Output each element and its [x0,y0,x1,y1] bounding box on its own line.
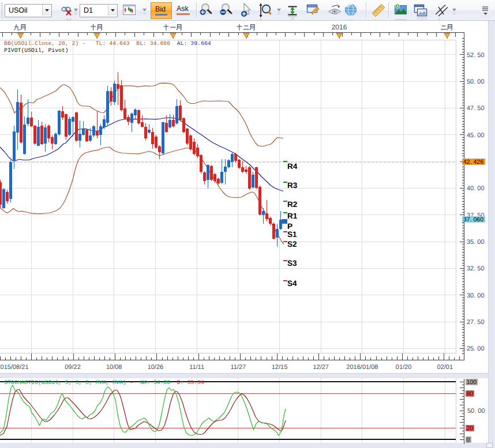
svg-text:R3: R3 [287,181,298,190]
svg-text:12/15: 12/15 [272,364,288,371]
svg-text:10/26: 10/26 [148,364,164,371]
svg-text:52. 50: 52. 50 [467,52,485,59]
svg-text:PIVOT(USOil, Pivot): PIVOT(USOil, Pivot) [4,47,69,54]
svg-text:2016: 2016 [332,23,347,31]
svg-text:2015/08/21: 2015/08/21 [0,364,29,371]
svg-text:20: 20 [467,425,474,432]
svg-text:R4: R4 [287,162,298,171]
svg-text:10/08: 10/08 [106,364,122,371]
svg-text:35. 00: 35. 00 [467,239,485,246]
svg-text:STOCHASTIC(USOil, 5, 3, 3, MVA: STOCHASTIC(USOil, 5, 3, 3, MVA, MVA) - %… [4,379,204,386]
svg-text:47. 50: 47. 50 [467,105,485,112]
svg-text:37. 060: 37. 060 [463,216,483,223]
svg-text:11/11: 11/11 [189,364,204,371]
svg-text:R2: R2 [287,200,297,209]
svg-text:50. 00: 50. 00 [467,78,485,85]
svg-text:BB(USOil.Close, 20, 2) - TL:: BB(USOil.Close, 20, 2) - TL: 44.643 BL: … [4,40,211,47]
svg-text:02/01: 02/01 [437,364,453,371]
svg-text:01/20: 01/20 [396,364,412,371]
svg-text:P: P [287,222,292,231]
svg-text:27. 50: 27. 50 [467,319,485,326]
svg-text:12/27: 12/27 [313,364,329,371]
svg-text:30. 00: 30. 00 [467,292,485,299]
svg-text:09/22: 09/22 [65,364,81,371]
svg-text:S3: S3 [287,259,297,268]
svg-text:25. 00: 25. 00 [467,345,485,352]
svg-text:11/27: 11/27 [230,364,246,371]
svg-text:2016/01/08: 2016/01/08 [346,364,378,371]
svg-text:S2: S2 [287,240,297,249]
svg-text:R1: R1 [287,212,298,220]
svg-text:45. 00: 45. 00 [467,132,485,139]
svg-text:S1: S1 [287,230,297,239]
svg-text:40. 00: 40. 00 [467,185,485,192]
svg-text:50. 00: 50. 00 [467,408,485,415]
svg-text:32. 50: 32. 50 [467,265,485,272]
svg-text:100: 100 [467,379,477,386]
svg-text:S4: S4 [287,279,297,288]
svg-text:80: 80 [467,390,474,397]
svg-text:0: 0 [467,436,470,443]
svg-text:42. 426: 42. 426 [463,159,483,165]
